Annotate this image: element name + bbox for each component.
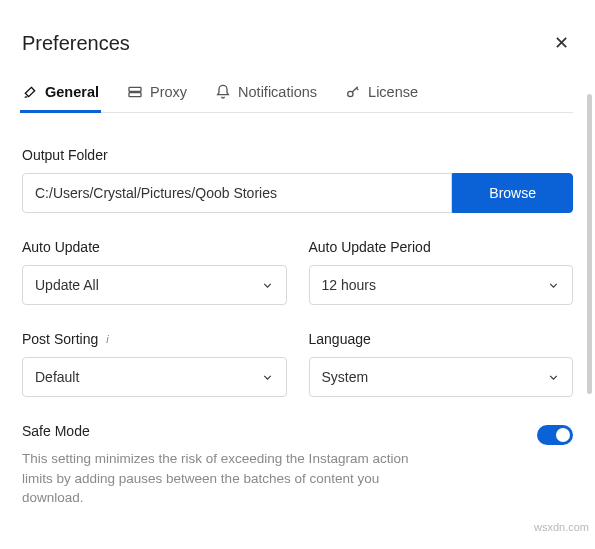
tab-label: General bbox=[45, 84, 99, 100]
output-folder-input[interactable] bbox=[22, 173, 452, 213]
post-sorting-select[interactable]: Default bbox=[22, 357, 287, 397]
tab-label: Notifications bbox=[238, 84, 317, 100]
auto-update-select[interactable]: Update All bbox=[22, 265, 287, 305]
info-icon[interactable]: i bbox=[106, 333, 108, 345]
svg-point-2 bbox=[348, 91, 353, 96]
tab-general[interactable]: General bbox=[22, 84, 99, 112]
tab-license[interactable]: License bbox=[345, 84, 418, 112]
svg-rect-0 bbox=[129, 87, 141, 91]
tab-label: License bbox=[368, 84, 418, 100]
svg-rect-1 bbox=[129, 93, 141, 97]
language-select[interactable]: System bbox=[309, 357, 574, 397]
close-icon: ✕ bbox=[554, 33, 569, 53]
post-sorting-label: Post Sorting i bbox=[22, 331, 287, 347]
key-icon bbox=[345, 84, 361, 100]
tab-label: Proxy bbox=[150, 84, 187, 100]
chevron-down-icon bbox=[261, 371, 274, 384]
safe-mode-label: Safe Mode bbox=[22, 423, 442, 439]
chevron-down-icon bbox=[547, 279, 560, 292]
output-folder-label: Output Folder bbox=[22, 147, 573, 163]
chevron-down-icon bbox=[261, 279, 274, 292]
tab-bar: General Proxy Notifications License bbox=[22, 84, 573, 113]
select-value: Update All bbox=[35, 277, 99, 293]
scrollbar[interactable] bbox=[587, 94, 592, 394]
select-value: System bbox=[322, 369, 369, 385]
select-value: 12 hours bbox=[322, 277, 376, 293]
auto-update-label: Auto Update bbox=[22, 239, 287, 255]
tab-proxy[interactable]: Proxy bbox=[127, 84, 187, 112]
tab-notifications[interactable]: Notifications bbox=[215, 84, 317, 112]
watermark: wsxdn.com bbox=[534, 521, 589, 533]
auto-update-period-label: Auto Update Period bbox=[309, 239, 574, 255]
chevron-down-icon bbox=[547, 371, 560, 384]
page-title: Preferences bbox=[22, 32, 130, 55]
bell-icon bbox=[215, 84, 231, 100]
select-value: Default bbox=[35, 369, 79, 385]
close-button[interactable]: ✕ bbox=[550, 28, 573, 58]
safe-mode-toggle[interactable] bbox=[537, 425, 573, 445]
browse-button[interactable]: Browse bbox=[452, 173, 573, 213]
safe-mode-description: This setting minimizes the risk of excee… bbox=[22, 449, 442, 508]
auto-update-period-select[interactable]: 12 hours bbox=[309, 265, 574, 305]
server-icon bbox=[127, 84, 143, 100]
wrench-icon bbox=[22, 84, 38, 100]
language-label: Language bbox=[309, 331, 574, 347]
tab-content-general: Output Folder Browse Auto Update Update … bbox=[22, 119, 573, 508]
